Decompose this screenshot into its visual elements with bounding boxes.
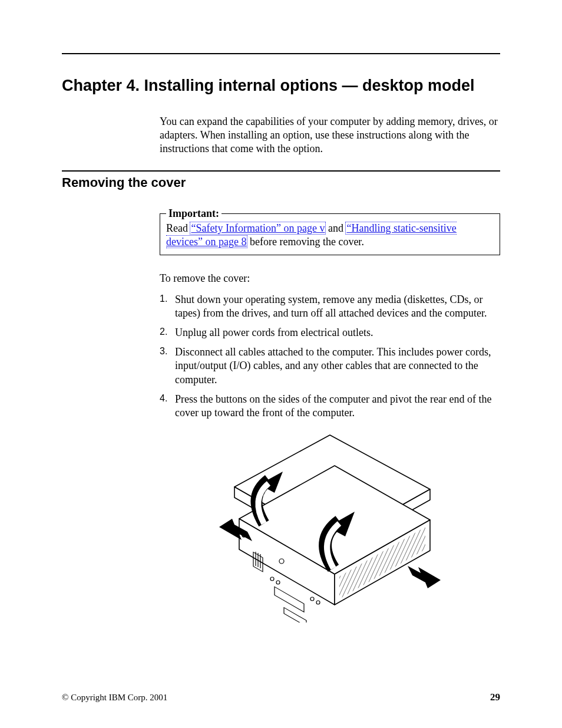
page-number: 29 (490, 691, 500, 703)
step-item: Unplug all power cords from electrical o… (160, 326, 500, 340)
important-box: Important: Read “Safety Information” on … (160, 207, 500, 256)
chapter-title: Chapter 4. Installing internal options —… (62, 77, 500, 95)
computer-cover-removal-illustration (218, 428, 442, 622)
important-body: Read “Safety Information” on page v and … (166, 222, 494, 249)
important-text-after: before removing the cover. (247, 236, 363, 248)
important-text-before: Read (166, 222, 190, 234)
step-item: Disconnect all cables attached to the co… (160, 345, 500, 387)
page-footer: © Copyright IBM Corp. 2001 29 (62, 691, 500, 703)
svg-point-14 (276, 581, 280, 584)
step-item: Press the buttons on the sides of the co… (160, 393, 500, 420)
copyright-text: © Copyright IBM Corp. 2001 (62, 693, 167, 703)
svg-rect-15 (284, 608, 306, 622)
important-legend: Important: (166, 207, 222, 220)
svg-point-13 (270, 577, 274, 581)
svg-point-17 (316, 601, 320, 604)
svg-rect-12 (275, 587, 304, 612)
step-item: Shut down your operating system, remove … (160, 293, 500, 320)
important-text-mid: and (325, 222, 346, 234)
steps-lead: To remove the cover: (160, 272, 500, 285)
top-rule (62, 53, 500, 54)
chapter-intro: You can expand the capabilities of your … (160, 115, 500, 156)
xref-safety-information[interactable]: “Safety Information” on page v (190, 222, 326, 235)
svg-marker-20 (408, 566, 441, 588)
section-rule (62, 170, 500, 172)
steps-list: Shut down your operating system, remove … (160, 293, 500, 420)
section-title: Removing the cover (62, 175, 500, 190)
page: Chapter 4. Installing internal options —… (0, 0, 562, 728)
svg-point-16 (310, 597, 314, 601)
section-content: Important: Read “Safety Information” on … (160, 207, 500, 623)
